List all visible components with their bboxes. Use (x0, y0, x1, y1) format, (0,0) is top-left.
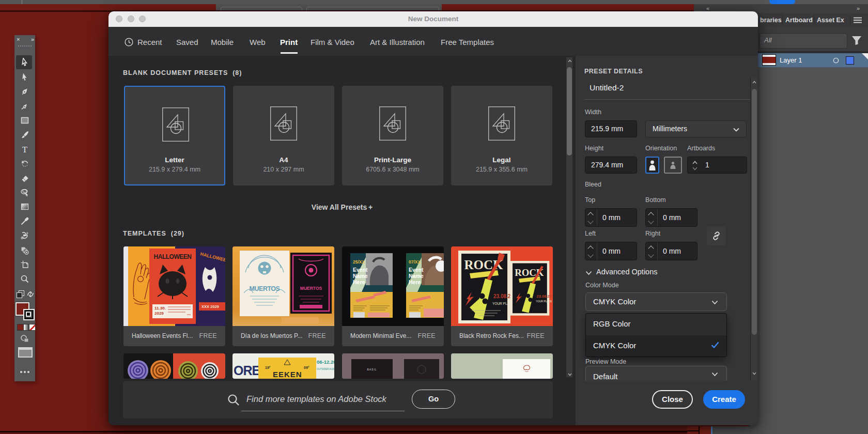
svg-text:HALLOWEEN: HALLOWEEN (154, 253, 192, 260)
svg-text:Event: Event (409, 267, 424, 273)
svg-text:Name: Name (409, 273, 424, 279)
svg-text:Name: Name (353, 273, 368, 279)
svg-text:Event: Event (353, 267, 368, 273)
svg-text:19°: 19° (265, 366, 271, 369)
svg-text:YOUR PLACE: YOUR PLACE (536, 300, 552, 303)
svg-text:09°: 09° (304, 366, 309, 369)
svg-text:EEKEN: EEKEN (273, 370, 302, 379)
svg-text:2029: 2029 (154, 311, 164, 316)
svg-text:MUERTOS: MUERTOS (300, 286, 322, 291)
svg-text:25/XX: 25/XX (353, 259, 365, 265)
svg-text:06-12.202: 06-12.202 (317, 359, 334, 365)
svg-text:OUTSIDER AUDITORI: OUTSIDER AUDITORI (317, 368, 334, 370)
svg-text:ORE: ORE (234, 363, 260, 378)
svg-text:23.08.27: 23.08.27 (537, 294, 552, 299)
svg-text:T: T (22, 145, 28, 153)
svg-text:XXX 2029: XXX 2029 (202, 304, 219, 309)
svg-text:11.30.: 11.30. (154, 306, 166, 311)
svg-text:Here: Here (353, 279, 365, 285)
svg-text:Here: Here (409, 279, 421, 285)
svg-text:07/XX: 07/XX (409, 259, 421, 265)
svg-text:BASIL: BASIL (367, 368, 377, 371)
svg-text:MUERTOS: MUERTOS (250, 285, 280, 292)
